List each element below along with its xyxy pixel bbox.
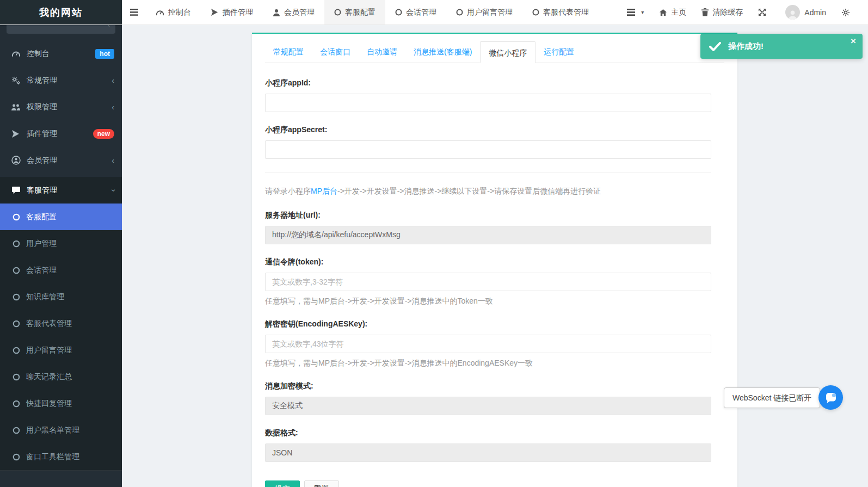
brand-logo: 我的网站 bbox=[0, 0, 122, 24]
hint-text: ->开发->开发设置->消息推送->继续以下设置->请保存设置后微信端再进行验证 bbox=[337, 187, 601, 195]
sidebar-subitem-chat-logs[interactable]: 聊天记录汇总 bbox=[0, 363, 122, 390]
appid-input[interactable] bbox=[265, 94, 711, 112]
nav-item-kefu-config[interactable]: 客服配置 bbox=[324, 0, 385, 24]
circle-icon bbox=[395, 9, 402, 16]
tachometer-icon bbox=[11, 50, 21, 58]
sidebar-item-permissions[interactable]: 权限管理 ‹ bbox=[0, 94, 122, 120]
submit-button[interactable]: 提交 bbox=[265, 480, 300, 487]
sidebar-subitem-quick-replies[interactable]: 快捷回复管理 bbox=[0, 390, 122, 417]
token-help: 任意填写，需与MP后台->开发->开发设置->消息推送中的Token一致 bbox=[265, 297, 711, 306]
success-toast: 操作成功! × bbox=[700, 34, 863, 59]
sidebar-item-dashboard[interactable]: 控制台 hot bbox=[0, 40, 122, 67]
encrypt-mode-label: 消息加密模式: bbox=[265, 381, 711, 391]
sidebar-item-label: 客服管理 bbox=[27, 186, 57, 195]
sidebar-subitem-label: 客服配置 bbox=[26, 212, 57, 222]
avatar bbox=[785, 5, 800, 20]
nav-fullscreen-button[interactable] bbox=[750, 0, 778, 24]
sidebar-subitem-label: 会话管理 bbox=[26, 266, 57, 275]
mp-backend-link[interactable]: MP后台 bbox=[311, 187, 337, 195]
sidebar-subitem-session-management[interactable]: 会话管理 bbox=[0, 257, 122, 283]
chat-float-button[interactable] bbox=[818, 385, 843, 410]
nav-user-menu[interactable]: Admin bbox=[778, 0, 834, 24]
tab-general-config[interactable]: 常规配置 bbox=[265, 41, 312, 63]
trash-icon bbox=[701, 8, 709, 16]
encrypt-mode-input bbox=[265, 397, 711, 415]
nav-item-sessions[interactable]: 会话管理 bbox=[385, 0, 446, 24]
tachometer-icon bbox=[156, 9, 164, 16]
sidebar-subitem-kefu-config[interactable]: 客服配置 bbox=[0, 204, 122, 230]
sidebar-item-members[interactable]: 会员管理 ‹ bbox=[0, 147, 122, 174]
sidebar-toggle-button[interactable] bbox=[122, 0, 146, 24]
fullscreen-icon bbox=[758, 8, 766, 16]
list-icon bbox=[627, 9, 635, 16]
nav-item-user-messages[interactable]: 用户留言管理 bbox=[446, 0, 522, 24]
sidebar-item-kefu-management[interactable]: 客服管理 ‹ bbox=[0, 177, 122, 204]
appid-label: 小程序appId: bbox=[265, 78, 711, 88]
new-badge: new bbox=[93, 129, 114, 139]
nav-settings-button[interactable] bbox=[834, 0, 861, 24]
sidebar-subitem-label: 用户留言管理 bbox=[26, 346, 72, 355]
tab-session-window[interactable]: 会话窗口 bbox=[312, 41, 359, 63]
nav-clear-cache-label: 清除缓存 bbox=[712, 8, 743, 17]
token-input[interactable] bbox=[265, 273, 711, 291]
sidebar-subitem-label: 知识库管理 bbox=[26, 292, 64, 302]
sidebar-item-label: 控制台 bbox=[27, 49, 50, 59]
nav-list-dropdown[interactable]: ▾ bbox=[619, 0, 651, 24]
sidebar-subitem-user-management[interactable]: 用户管理 bbox=[0, 230, 122, 257]
nav-clear-cache-button[interactable]: 清除缓存 bbox=[694, 0, 750, 24]
tab-wechat-miniprogram[interactable]: 微信小程序 bbox=[480, 41, 535, 63]
nav-item-label: 插件管理 bbox=[223, 8, 253, 17]
circle-icon bbox=[456, 9, 463, 16]
nav-item-kefu-agents[interactable]: 客服代表管理 bbox=[522, 0, 599, 24]
reset-button[interactable]: 重置 bbox=[304, 480, 339, 487]
hint-text: 请登录小程序 bbox=[265, 187, 311, 195]
sidebar-subitem-blacklist[interactable]: 用户黑名单管理 bbox=[0, 417, 122, 443]
sidebar-group-kefu: 客服管理 ‹ 客服配置 用户管理 会话管理 知识库管理 客服代表管理 用户留言管… bbox=[0, 177, 122, 471]
chat-bubble-icon bbox=[824, 391, 838, 405]
data-format-input bbox=[265, 443, 711, 462]
sidebar-subitem-window-toolbar[interactable]: 窗口工具栏管理 bbox=[0, 443, 122, 470]
gears-icon bbox=[11, 76, 21, 85]
config-tabs: 常规配置 会话窗口 自动邀请 消息推送(客服端) 微信小程序 运行配置 bbox=[265, 34, 724, 63]
circle-icon bbox=[12, 453, 21, 461]
user-circle-icon bbox=[11, 156, 21, 165]
circle-icon bbox=[12, 320, 21, 328]
nav-item-plugins[interactable]: 插件管理 bbox=[201, 0, 263, 24]
nav-item-label: 会员管理 bbox=[284, 8, 315, 17]
circle-icon bbox=[532, 9, 539, 16]
sidebar-divider bbox=[0, 470, 122, 471]
appsecret-input[interactable] bbox=[265, 140, 711, 159]
websocket-tooltip: WebSocket 链接已断开 bbox=[724, 387, 820, 408]
sidebar-subitem-knowledge-base[interactable]: 知识库管理 bbox=[0, 283, 122, 310]
aeskey-input[interactable] bbox=[265, 335, 711, 353]
chat-bubble-icon bbox=[11, 186, 21, 194]
server-url-input bbox=[265, 226, 711, 244]
circle-icon bbox=[12, 293, 21, 301]
tab-message-push[interactable]: 消息推送(客服端) bbox=[405, 41, 480, 63]
chevron-left-icon: ‹ bbox=[112, 76, 114, 85]
aeskey-help: 任意填写，需与MP后台->开发->开发设置->消息推送中的EncodingAES… bbox=[265, 359, 711, 368]
sidebar-item-label: 插件管理 bbox=[27, 129, 57, 139]
nav-item-label: 用户留言管理 bbox=[467, 8, 513, 17]
nav-item-dashboard[interactable]: 控制台 bbox=[146, 0, 201, 24]
mp-hint: 请登录小程序MP后台->开发->开发设置->消息推送->继续以下设置->请保存设… bbox=[265, 187, 711, 196]
close-icon[interactable]: × bbox=[851, 36, 856, 46]
sidebar-subitem-kefu-agents[interactable]: 客服代表管理 bbox=[0, 310, 122, 337]
sidebar-item-general[interactable]: 常规管理 ‹ bbox=[0, 67, 122, 94]
circle-icon bbox=[12, 267, 21, 274]
nav-home-button[interactable]: 主页 bbox=[651, 0, 694, 24]
sidebar-subitem-user-messages[interactable]: 用户留言管理 bbox=[0, 337, 122, 363]
sidebar-item-plugins[interactable]: 插件管理 new bbox=[0, 120, 122, 147]
circle-icon bbox=[12, 400, 21, 408]
check-icon bbox=[709, 42, 721, 51]
tab-auto-invite[interactable]: 自动邀请 bbox=[359, 41, 405, 63]
tab-runtime-config[interactable]: 运行配置 bbox=[535, 41, 582, 63]
sidebar-subitem-label: 快捷回复管理 bbox=[26, 399, 72, 409]
circle-icon bbox=[12, 213, 21, 221]
miniprogram-form: 小程序appId: 小程序appSecret: 请登录小程序MP后台->开发->… bbox=[265, 78, 711, 487]
nav-item-label: 客服配置 bbox=[345, 8, 375, 17]
nav-item-members[interactable]: 会员管理 bbox=[263, 0, 324, 24]
nav-item-label: 控制台 bbox=[168, 8, 191, 17]
user-icon bbox=[273, 9, 280, 16]
toast-message: 操作成功! bbox=[728, 41, 764, 52]
